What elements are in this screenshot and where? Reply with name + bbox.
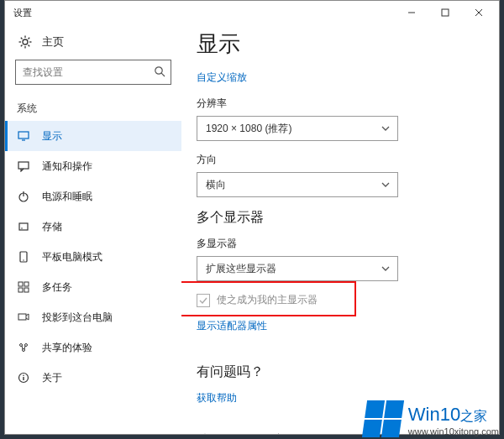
content-area: 主页 系统 显示 通知和操作 电源 [5,24,499,434]
svg-rect-15 [18,132,29,138]
nav-label: 显示 [42,129,62,144]
nav-label: 存储 [42,220,62,234]
nav-item-display[interactable]: 显示 [5,121,181,151]
resolution-value: 1920 × 1080 (推荐) [206,122,291,136]
multi-display-combo[interactable]: 扩展这些显示器 [197,256,398,281]
primary-display-checkbox: 使之成为我的主显示器 [197,293,482,307]
checkbox-icon [197,294,210,307]
home-label: 主页 [42,34,64,50]
window-title: 设置 [13,7,32,19]
orientation-value: 横向 [206,178,226,192]
close-button[interactable] [462,1,496,24]
multitask-icon [17,281,30,293]
svg-line-9 [21,38,23,39]
message-icon [17,160,30,172]
nav-label: 电源和睡眠 [42,190,92,204]
nav-label: 共享的体验 [42,341,92,355]
svg-point-13 [155,67,162,74]
display-adapter-link[interactable]: 显示适配器属性 [197,319,267,333]
project-icon [17,311,30,323]
nav-item-notifications[interactable]: 通知和操作 [5,151,181,181]
section-label: 系统 [17,102,171,116]
nav-item-tablet[interactable]: 平板电脑模式 [5,242,181,272]
main-panel: 显示 自定义缩放 分辨率 1920 × 1080 (推荐) 方向 横向 多个显示… [181,24,499,434]
svg-line-14 [161,73,165,76]
svg-rect-25 [24,282,29,286]
chevron-down-icon [381,180,391,190]
nav-label: 多任务 [42,280,72,295]
nav-list: 显示 通知和操作 电源和睡眠 存储 平板电脑模式 [5,121,181,393]
resolution-label: 分辨率 [197,97,482,111]
svg-line-11 [29,38,30,39]
svg-point-23 [23,259,24,260]
watermark-suffix: 之家 [460,409,487,423]
svg-rect-20 [19,223,28,230]
sidebar: 主页 系统 显示 通知和操作 电源 [5,24,181,434]
shared-icon [17,342,30,353]
svg-line-10 [29,45,30,47]
multi-display-value: 扩展这些显示器 [206,262,276,276]
minimize-button[interactable] [395,1,428,24]
get-help-link[interactable]: 获取帮助 [197,391,237,405]
orientation-label: 方向 [197,153,482,167]
page-title: 显示 [197,29,482,59]
multi-monitor-heading: 多个显示器 [197,209,482,227]
nav-item-projecting[interactable]: 投影到这台电脑 [5,302,181,332]
nav-item-storage[interactable]: 存储 [5,212,181,242]
gear-icon [18,35,32,49]
nav-label: 关于 [42,371,62,385]
svg-rect-28 [18,314,26,320]
resolution-combo[interactable]: 1920 × 1080 (推荐) [197,116,398,141]
nav-label: 通知和操作 [42,159,92,174]
chevron-down-icon [381,264,391,274]
watermark-url: www.win10xitong.com [408,426,499,436]
multi-display-label: 多显示器 [197,237,482,251]
primary-display-label: 使之成为我的主显示器 [217,293,318,307]
monitor-icon [17,130,30,142]
nav-label: 平板电脑模式 [42,250,102,264]
search-icon [154,65,165,77]
help-heading: 有问题吗？ [197,363,482,381]
home-link[interactable]: 主页 [15,29,171,60]
nav-item-about[interactable]: 关于 [5,363,181,393]
svg-point-4 [23,39,28,44]
chevron-down-icon [381,123,391,133]
svg-line-12 [21,45,23,47]
svg-rect-26 [18,288,23,292]
storage-icon [17,221,30,233]
nav-label: 投影到这台电脑 [42,311,113,325]
nav-item-power[interactable]: 电源和睡眠 [5,181,181,212]
watermark: Win10之家 www.win10xitong.com [365,400,499,437]
svg-point-33 [23,375,24,377]
maximize-button[interactable] [428,1,462,24]
svg-rect-27 [24,288,29,292]
nav-item-multitask[interactable]: 多任务 [5,272,181,302]
svg-rect-17 [18,162,29,169]
svg-rect-1 [442,9,449,16]
watermark-brand: Win10 [408,404,460,425]
windows-logo-icon [362,400,404,437]
search-input[interactable] [23,66,147,78]
svg-point-21 [21,227,23,229]
info-icon [17,372,30,384]
tablet-icon [17,251,30,263]
svg-rect-24 [18,282,23,286]
power-icon [17,191,30,202]
settings-window: 设置 主页 系统 [4,0,500,435]
orientation-combo[interactable]: 横向 [197,172,398,197]
custom-scaling-link[interactable]: 自定义缩放 [197,71,247,85]
nav-item-shared[interactable]: 共享的体验 [5,332,181,363]
title-bar: 设置 [5,1,499,24]
search-box[interactable] [15,60,171,85]
